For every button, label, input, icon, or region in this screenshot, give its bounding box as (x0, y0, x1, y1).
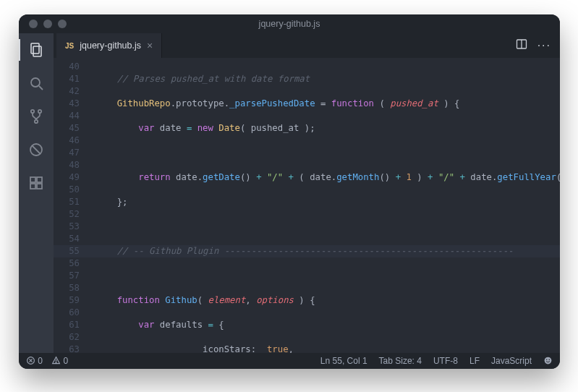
line-number: 59 (54, 294, 91, 307)
tab-label: jquery-github.js (80, 41, 141, 51)
explorer-icon[interactable] (27, 41, 46, 59)
svg-point-21 (546, 359, 547, 360)
svg-point-2 (31, 78, 40, 87)
code-content: // Parses pushed_at with date format Git… (95, 61, 556, 353)
svg-rect-11 (30, 184, 35, 189)
status-language[interactable]: JavaScript (491, 356, 532, 366)
close-window-dot[interactable] (29, 20, 38, 28)
line-number: 46 (54, 135, 91, 147)
line-number-gutter: 4041424344454647484950515253545556575859… (54, 61, 91, 353)
titlebar: jquery-github.js (19, 14, 560, 33)
line-number: 56 (54, 257, 91, 270)
svg-line-3 (39, 86, 43, 90)
status-eol[interactable]: LF (469, 356, 480, 366)
svg-point-5 (38, 110, 41, 113)
search-icon[interactable] (27, 74, 46, 93)
editor-body: JS jquery-github.js × ··· 40414243444546… (19, 33, 560, 353)
debug-icon[interactable] (27, 140, 46, 159)
close-tab-icon[interactable]: × (147, 41, 153, 51)
code-editor[interactable]: 4041424344454647484950515253545556575859… (54, 58, 560, 353)
svg-rect-12 (37, 184, 42, 189)
line-number: 54 (54, 233, 91, 245)
svg-point-4 (31, 110, 34, 113)
line-number: 42 (54, 85, 91, 98)
editor-window: jquery-github.js JS jque (19, 14, 560, 369)
svg-line-8 (32, 145, 41, 154)
line-number: 43 (54, 98, 91, 110)
line-number: 48 (54, 159, 91, 171)
line-number: 41 (54, 73, 91, 85)
split-editor-icon[interactable] (516, 38, 527, 53)
status-cursor-position[interactable]: Ln 55, Col 1 (320, 356, 367, 366)
svg-rect-0 (31, 43, 39, 54)
status-tab-size[interactable]: Tab Size: 4 (379, 356, 422, 366)
feedback-icon[interactable] (543, 356, 553, 366)
svg-point-19 (56, 362, 56, 363)
svg-point-20 (545, 357, 552, 365)
status-errors[interactable]: 0 (26, 356, 43, 366)
status-encoding[interactable]: UTF-8 (433, 356, 458, 366)
line-number: 44 (54, 110, 91, 122)
source-control-icon[interactable] (27, 107, 46, 126)
minimize-window-dot[interactable] (43, 20, 52, 28)
window-title: jquery-github.js (19, 19, 560, 29)
line-number: 57 (54, 270, 91, 282)
activity-bar (19, 33, 54, 353)
tab-actions: ··· (516, 33, 560, 58)
line-number: 60 (54, 307, 91, 319)
svg-point-6 (35, 120, 38, 123)
extensions-icon[interactable] (27, 174, 46, 192)
more-actions-icon[interactable]: ··· (537, 39, 551, 52)
line-number: 58 (54, 282, 91, 294)
line-number: 63 (54, 344, 91, 353)
line-number: 62 (54, 331, 91, 344)
svg-rect-9 (30, 177, 35, 182)
status-warnings[interactable]: 0 (51, 356, 68, 366)
line-number: 51 (54, 196, 91, 208)
line-number: 45 (54, 122, 91, 135)
line-number: 53 (54, 221, 91, 233)
line-number: 49 (54, 171, 91, 184)
window-controls (19, 20, 67, 28)
svg-rect-10 (37, 177, 42, 182)
svg-point-22 (549, 359, 550, 360)
line-number: 55 (54, 245, 91, 257)
line-number: 61 (54, 319, 91, 331)
line-number: 50 (54, 184, 91, 196)
svg-rect-1 (33, 46, 41, 56)
tab-bar: JS jquery-github.js × ··· (54, 33, 560, 58)
tab-jquery-github[interactable]: JS jquery-github.js × (56, 33, 162, 58)
status-bar: 0 0 Ln 55, Col 1 Tab Size: 4 UTF-8 LF Ja… (19, 353, 560, 369)
line-number: 40 (54, 61, 91, 73)
editor-column: JS jquery-github.js × ··· 40414243444546… (54, 33, 560, 353)
line-number: 52 (54, 208, 91, 221)
line-number: 47 (54, 147, 91, 159)
js-file-icon: JS (65, 42, 74, 50)
zoom-window-dot[interactable] (58, 20, 67, 28)
